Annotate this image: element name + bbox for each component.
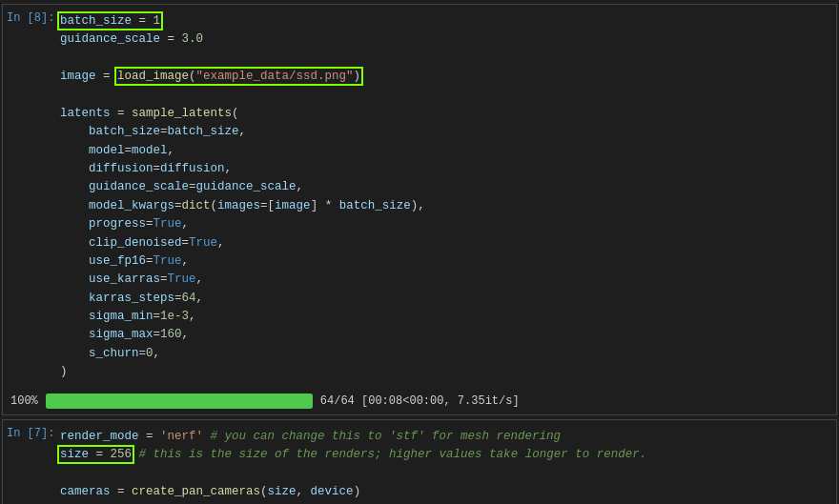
code-line-17: sigma_min=1e-3,	[60, 308, 829, 326]
highlight-batch-size: batch_size = 1	[60, 14, 160, 28]
cell-7: In [7]: render_mode = 'nerf' # you can c…	[2, 419, 837, 505]
progress-area: 100% 64/64 [00:08<00:00, 7.35it/s]	[3, 390, 836, 414]
cell-label-7: In [7]:	[7, 426, 56, 440]
code-line-11: model_kwargs=dict(images=[image] * batch…	[60, 197, 829, 215]
cell-8: In [8]: batch_size = 1 guidance_scale = …	[2, 4, 837, 415]
code-line-1: batch_size = 1	[60, 12, 829, 30]
code-line-2: guidance_scale = 3.0	[60, 30, 829, 49]
code-line-19: s_churn=0,	[60, 345, 829, 363]
code-line-20: )	[60, 363, 829, 381]
cell7-line-2: size = 256 # this is the size of the ren…	[60, 446, 829, 464]
code-line-16: karras_steps=64,	[60, 290, 829, 308]
cell-label-8: In [8]:	[7, 10, 56, 25]
code-line-5	[60, 87, 829, 105]
cell7-line-4: cameras = create_pan_cameras(size, devic…	[60, 483, 829, 501]
cell7-line-3	[60, 464, 829, 482]
code-line-7: batch_size=batch_size,	[60, 123, 829, 141]
code-line-3	[60, 50, 829, 68]
cell-code-8[interactable]: batch_size = 1 guidance_scale = 3.0 imag…	[56, 10, 832, 384]
code-line-15: use_karras=True,	[60, 271, 829, 289]
progress-bar-fill	[46, 393, 313, 409]
progress-stats: 64/64 [00:08<00:00, 7.35it/s]	[320, 394, 520, 408]
code-line-8: model=model,	[60, 142, 829, 160]
cell7-line-1: render_mode = 'nerf' # you can change th…	[60, 428, 829, 446]
progress-percent: 100%	[10, 394, 38, 408]
code-line-4: image = load_image("example_data/ssd.png…	[60, 68, 829, 86]
code-line-6: latents = sample_latents(	[60, 105, 829, 123]
cell-code-7[interactable]: render_mode = 'nerf' # you can change th…	[56, 426, 832, 505]
highlight-size: size = 256	[60, 448, 132, 461]
code-line-10: guidance_scale=guidance_scale,	[60, 178, 829, 196]
code-line-13: clip_denoised=True,	[60, 234, 829, 252]
highlight-load-image: load_image("example_data/ssd.png")	[117, 70, 360, 83]
code-line-9: diffusion=diffusion,	[60, 160, 829, 178]
progress-bar-container	[46, 393, 313, 409]
code-line-18: sigma_max=160,	[60, 326, 829, 344]
code-line-12: progress=True,	[60, 215, 829, 233]
code-line-14: use_fp16=True,	[60, 252, 829, 271]
